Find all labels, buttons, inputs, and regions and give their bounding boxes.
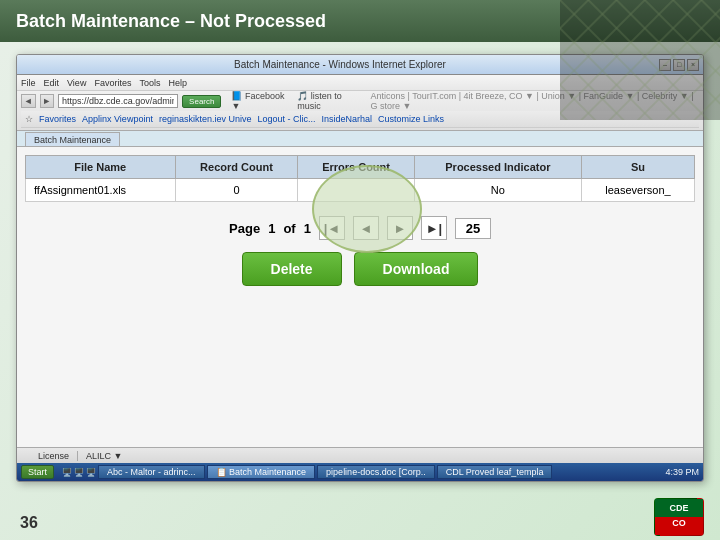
bookmark-favorites[interactable]: Favorites <box>39 114 76 124</box>
pagination-bar: Page 1 of 1 |◄ ◄ ► ►| 25 <box>25 210 695 246</box>
cell-su: leaseverson_ <box>582 179 695 202</box>
decorative-pattern <box>560 0 720 120</box>
status-allc: ALILC ▼ <box>86 451 122 461</box>
menu-favorites[interactable]: Favorites <box>94 78 131 88</box>
menu-tools[interactable]: Tools <box>139 78 160 88</box>
address-input[interactable] <box>58 94 178 108</box>
col-header-errors-count: Errors Count <box>298 156 414 179</box>
cell-filename: ffAssignment01.xls <box>26 179 176 202</box>
slide-number: 36 <box>20 514 38 532</box>
action-buttons: Delete Download <box>25 246 695 292</box>
first-page-button[interactable]: |◄ <box>319 216 345 240</box>
taskbar-item-1[interactable]: Abc - Maltor - adrinc... <box>98 465 205 479</box>
prev-page-button[interactable]: ◄ <box>353 216 379 240</box>
col-header-filename: File Name <box>26 156 176 179</box>
logo-area: CDE CO <box>654 498 704 536</box>
back-button[interactable]: ◄ <box>21 94 36 108</box>
taskbar-item-pipeline[interactable]: pipeline-docs.doc [Corp.. <box>317 465 435 479</box>
menu-view[interactable]: View <box>67 78 86 88</box>
search-button[interactable]: Search <box>182 95 221 108</box>
of-label: of <box>283 221 295 236</box>
bookmark-logout[interactable]: Logout - Clic... <box>257 114 315 124</box>
taskbar-time: 4:39 PM <box>665 467 699 477</box>
breadcrumb-tab[interactable]: Batch Maintenance <box>25 132 120 146</box>
svg-rect-2 <box>560 0 720 120</box>
records-per-page: 25 <box>455 218 491 239</box>
menu-edit[interactable]: Edit <box>44 78 60 88</box>
taskbar-item-batch[interactable]: 📋 Batch Maintenance <box>207 465 316 479</box>
browser-content: File Name Record Count Errors Count Proc… <box>17 147 703 447</box>
svg-text:CDE: CDE <box>669 503 688 513</box>
download-button[interactable]: Download <box>354 252 479 286</box>
menu-help[interactable]: Help <box>168 78 187 88</box>
col-header-processed: Processed Indicator <box>414 156 581 179</box>
cell-record-count: 0 <box>175 179 298 202</box>
cell-errors-count <box>298 179 414 202</box>
bookmark-applinx[interactable]: Applinx Viewpoint <box>82 114 153 124</box>
forward-button[interactable]: ► <box>40 94 55 108</box>
page-label: Page <box>229 221 260 236</box>
status-license: License <box>38 451 78 461</box>
table-row: ffAssignment01.xls 0 No leaseverson_ <box>26 179 695 202</box>
last-page-button[interactable]: ►| <box>421 216 447 240</box>
bookmark-customize[interactable]: Customize Links <box>378 114 444 124</box>
taskbar-item-cdl[interactable]: CDL Proved leaf_templa <box>437 465 553 479</box>
col-header-su: Su <box>582 156 695 179</box>
windows-taskbar: Start 🖥️ 🖥️ 🖥️ Abc - Maltor - adrinc... … <box>17 463 703 481</box>
slide-title: Batch Maintenance – Not Processed <box>16 11 326 32</box>
bookmark-inside[interactable]: InsideNarhal <box>321 114 372 124</box>
cde-logo: CDE CO <box>654 498 704 536</box>
delete-button[interactable]: Delete <box>242 252 342 286</box>
col-header-record-count: Record Count <box>175 156 298 179</box>
bookmark-regina[interactable]: reginaskikten.iev Unive <box>159 114 252 124</box>
page-current: 1 <box>268 221 275 236</box>
slide-container: Batch Maintenance – Not Processed Batch … <box>0 0 720 540</box>
start-button[interactable]: Start <box>21 465 54 479</box>
browser-statusbar: License ALILC ▼ <box>17 447 703 463</box>
data-table: File Name Record Count Errors Count Proc… <box>25 155 695 202</box>
next-page-button[interactable]: ► <box>387 216 413 240</box>
menu-file[interactable]: File <box>21 78 36 88</box>
cell-processed: No <box>414 179 581 202</box>
svg-text:CO: CO <box>672 518 686 528</box>
page-total: 1 <box>304 221 311 236</box>
